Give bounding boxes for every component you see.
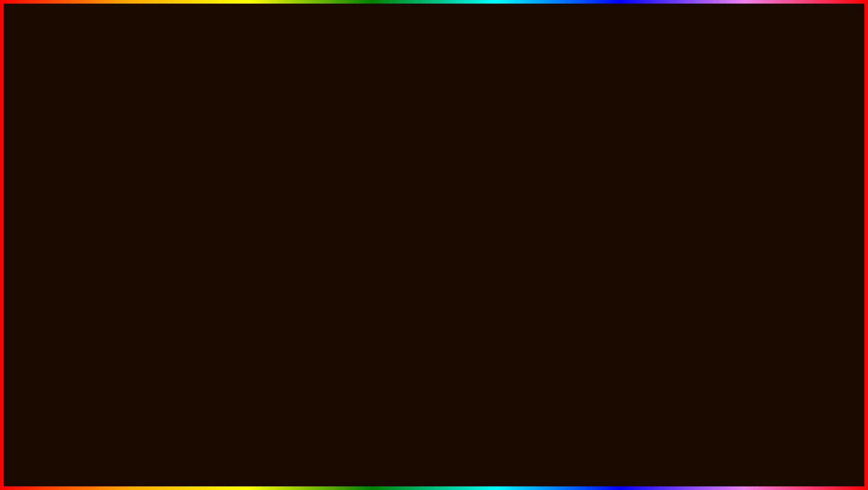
auto-skill-label: Auto Skill — [182, 195, 203, 200]
auto-ghostship-row: Auto GhostShip — [92, 233, 174, 243]
tab-teleport-right[interactable]: Teleport — [443, 162, 484, 172]
left-username: Mukuro X Quartyz — [105, 153, 145, 158]
tp-dungeon-btn-2[interactable]: TP To Dungeon — [467, 184, 563, 194]
hydra-option-row: Hydra Option | Normal — [92, 204, 174, 213]
update-label: UPDATE — [97, 436, 268, 480]
corner-img-wizard: 🧙 — [721, 400, 771, 426]
seaking-option-label: Seaking Option | Normal — [92, 225, 146, 231]
left-panel-body: Main Auto Farm Auto Hydra Hydra Option |… — [89, 173, 294, 264]
auto-hydra-label: Auto Hydra — [92, 196, 117, 201]
right-panel: Mukuro X Quartyz TIME: 06:53:51 Main Sta… — [360, 148, 567, 221]
tab-teleport-left[interactable]: Teleport — [171, 162, 212, 172]
levelcap-track[interactable] — [182, 257, 290, 258]
left-avatar-icon — [93, 151, 102, 160]
right-header-user: Mukuro X Quartyz — [365, 151, 417, 160]
auto-busohaki-row: Auto BusoHaki — [182, 238, 290, 249]
difficulty-row-1: Choose Difficulty | Easy — [364, 196, 460, 206]
char-art-right — [688, 67, 846, 382]
auto-ghostship-checkbox[interactable] — [168, 235, 174, 241]
auto-seaking-checkbox[interactable] — [168, 215, 174, 221]
main-section-title: Main — [92, 174, 174, 183]
tab-misc-left[interactable]: Misc — [253, 162, 294, 172]
method-thumb[interactable] — [188, 209, 192, 214]
dungeon-columns: TP To Dungeon Choose Difficulty | Easy A… — [361, 181, 566, 220]
method-slider-row: Method 1 — [182, 203, 290, 216]
tab-dungeon-right[interactable]: Dungeon — [484, 162, 525, 172]
distance-fill — [182, 224, 204, 226]
script-label: SCRIPT — [390, 436, 546, 480]
auto-kaido-checkbox[interactable] — [168, 254, 174, 261]
right-avatar-icon — [365, 151, 374, 160]
right-tabs: Main Stats Teleport Dungeon Misc — [361, 162, 566, 173]
setting-column: Setting Select Skill | Z, X, C, V, B Aut… — [179, 173, 294, 264]
dungeon-section-title: Dungeon — [361, 173, 566, 181]
tab-stats-right[interactable]: Stats — [402, 162, 443, 172]
levelcap-text: Level Cap — [182, 249, 205, 255]
right-time: TIME: 06:53:51 — [528, 153, 561, 158]
tab-main-left[interactable]: Main — [89, 162, 130, 172]
auto-farm-row: Auto Farm — [92, 183, 174, 193]
auto-seaking-row: Auto SeaKing — [92, 213, 174, 223]
auto-hydra-row: Auto Hydra — [92, 193, 174, 204]
auto-busohaki-checkbox[interactable] — [284, 240, 290, 246]
tab-dungeon-left[interactable]: Dungeon — [212, 162, 253, 172]
left-columns: Main Auto Farm Auto Hydra Hydra Option |… — [89, 173, 294, 264]
auto-skill-row: Auto Skill — [182, 192, 290, 203]
method-track[interactable] — [182, 211, 290, 213]
method-label: Method 1 — [182, 204, 290, 209]
dungeon-col-2: TP To Dungeon Choose Difficulty | Easy A… — [464, 181, 566, 220]
auto-busohaki-label: Auto BusoHaki — [182, 241, 215, 246]
setting-section-title: Setting — [182, 174, 290, 183]
right-time-label: TIME — [528, 153, 539, 158]
ghostship-option-row: GhostShip Option | Normal — [92, 243, 174, 253]
auto-hydra-checkbox[interactable] — [168, 195, 174, 201]
tab-main-right[interactable]: Main — [361, 162, 402, 172]
left-header-user: Mukuro X Quartyz — [93, 151, 145, 160]
levelcap-thumb[interactable] — [263, 255, 268, 260]
main-column: Main Auto Farm Auto Hydra Hydra Option |… — [89, 173, 179, 264]
tab-misc-right[interactable]: Misc — [525, 162, 566, 172]
hydra-option-label: Hydra Option | Normal — [92, 205, 141, 211]
left-time: TIME: 06:53:45 — [255, 153, 289, 158]
auto-dungeon-label-2: Auto Dungeon — [467, 210, 499, 215]
levelcap-fill — [182, 257, 263, 258]
auto-dungeon-row-2: Auto Dungeon — [467, 208, 563, 218]
auto-kaido-row: Auto Kaido — [92, 253, 174, 263]
levelcap-value: 3400 — [279, 249, 290, 255]
distance-slider-row: Distance 5 — [182, 216, 290, 229]
distance-value: 5 — [287, 217, 290, 222]
distance-label: Distance 5 — [182, 217, 290, 222]
auto-dungeon-checkbox-2[interactable] — [556, 209, 562, 216]
tab-stats-left[interactable]: Stats — [130, 162, 170, 172]
dungeon-col-1: TP To Dungeon Choose Difficulty | Easy A… — [361, 181, 464, 220]
auto-skill-checkbox[interactable] — [284, 194, 290, 200]
distance-track[interactable] — [182, 224, 290, 226]
corner-img-content: 🧙 KING LEGACY — [717, 396, 776, 441]
auto-dungeon-checkbox-1[interactable] — [453, 209, 460, 216]
levelcap-slider-row: Level Cap 3400 — [182, 249, 290, 262]
game-title: KING LEGACY — [0, 9, 868, 81]
method-fill — [182, 211, 188, 213]
auto-farm-label: Auto Farm — [92, 185, 115, 191]
auto-dungeon-label-1: Auto Dungeon — [364, 210, 396, 215]
corner-img-label: KING LEGACY — [721, 428, 771, 437]
weapon-label: USE ALL WEAPON — [351, 124, 574, 151]
auto-kaido-label: Auto Kaido — [92, 255, 116, 260]
ghostship-option-label: GhostShip Option | Normal — [92, 245, 151, 250]
auto-farm-checkbox[interactable] — [168, 185, 174, 191]
difficulty-row-2: Choose Difficulty | Easy — [467, 196, 563, 206]
tp-dungeon-btn-1[interactable]: TP To Dungeon — [364, 184, 460, 194]
right-time-value: 06:53:51 — [542, 153, 561, 158]
auto-seaking-label: Auto SeaKing — [92, 215, 122, 221]
auto-ghostship-label: Auto GhostShip — [92, 235, 127, 241]
select-weapon-label: Select Weapon | Melee — [182, 231, 233, 236]
method-value: 1 — [287, 204, 290, 209]
distance-text: Distance — [182, 217, 201, 222]
left-time-value: 06:53:45 — [270, 153, 289, 158]
corner-image: 🧙 KING LEGACY — [706, 382, 787, 454]
distance-thumb[interactable] — [204, 223, 208, 227]
seaking-option-row: Seaking Option | Normal — [92, 223, 174, 233]
left-panel: Mukuro X Quartyz TIME: 06:53:45 Main Sta… — [88, 148, 295, 265]
left-panel-header: Mukuro X Quartyz TIME: 06:53:45 — [89, 149, 294, 162]
levelcap-label: Level Cap 3400 — [182, 249, 290, 255]
